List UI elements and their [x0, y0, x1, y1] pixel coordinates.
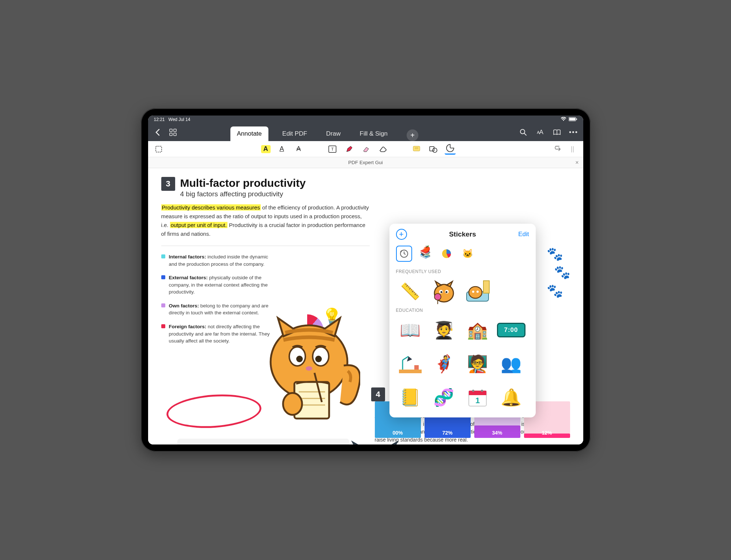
bullet-icon	[161, 303, 165, 307]
factor-external: External factors: physically outside of …	[161, 274, 271, 296]
highlight-yellow-tool[interactable]: A	[261, 145, 271, 153]
tab-edit-pdf[interactable]: Edit PDF	[277, 126, 312, 141]
document-canvas[interactable]: 3 Multi-factor productivity 4 big factor…	[148, 168, 583, 444]
paw-prints-sticker[interactable]: 🐾 🐾🐾	[547, 245, 570, 300]
svg-rect-4	[174, 129, 176, 132]
pack-pie[interactable]	[438, 246, 455, 262]
highlight-2[interactable]: output per unit of input.	[170, 222, 227, 228]
open-book-sticker[interactable]: 📖	[396, 316, 425, 344]
more-menu-button[interactable]: •••	[569, 127, 579, 137]
education-stickers: 📖 🧑‍🎓 🏫 7:00 🦸 🧑‍🏫 👥 📒 🧬 1 🔔	[396, 316, 529, 412]
svg-rect-9	[156, 146, 162, 152]
svg-point-57	[481, 390, 483, 392]
battery-icon	[569, 117, 577, 122]
add-sticker-pack-button[interactable]: +	[396, 229, 407, 240]
factor-list: Internal factors: included inside the dy…	[161, 253, 271, 345]
ruler-sticker[interactable]: 📏	[396, 277, 425, 306]
mode-tabs: Annotate Edit PDF Draw Fill & Sign +	[230, 124, 418, 141]
svg-point-22	[306, 366, 312, 371]
status-date: Wed Jul 14	[169, 117, 191, 122]
tab-draw[interactable]: Draw	[321, 126, 346, 141]
reading-view-button[interactable]	[552, 127, 562, 137]
sticker-pack-tabs: 📚🍎 🐱	[396, 246, 529, 262]
back-button[interactable]	[152, 127, 163, 137]
add-tab-button[interactable]: +	[407, 129, 418, 141]
svg-rect-51	[399, 370, 422, 373]
svg-point-16	[433, 148, 437, 152]
cat-bath-sticker[interactable]	[463, 277, 492, 306]
svg-rect-53	[414, 365, 419, 370]
svg-point-44	[434, 294, 441, 300]
school-sticker[interactable]: 🏫	[463, 316, 492, 344]
svg-rect-6	[174, 133, 176, 136]
section-subtitle: 4 big factors affecting productivity	[180, 190, 306, 198]
red-circle-annotation[interactable]	[165, 391, 263, 431]
section-number-3: 3	[161, 177, 175, 191]
svg-point-50	[476, 291, 479, 293]
dna-sticker[interactable]: 🧬	[430, 383, 458, 412]
popover-title: Stickers	[407, 230, 519, 238]
text-box-tool[interactable]: T	[327, 144, 338, 155]
pen-tool[interactable]	[344, 144, 355, 155]
svg-rect-55	[469, 391, 486, 395]
strikethrough-tool[interactable]: A	[293, 144, 304, 155]
stickers-popover: + Stickers Edit 📚🍎 🐱 FREQUENTLY USED	[389, 224, 536, 417]
graduate-sticker[interactable]: 🧑‍🎓	[430, 316, 458, 344]
sticker-tool[interactable]	[445, 144, 456, 155]
svg-rect-3	[170, 129, 172, 132]
friends-sticker[interactable]: 👥	[497, 349, 525, 378]
svg-text:1: 1	[475, 396, 479, 405]
section-number-4: 4	[371, 387, 385, 401]
highlight-1[interactable]: Productivity describes various measures	[161, 204, 261, 211]
cat-notebook-sticker[interactable]	[258, 311, 360, 424]
frequent-label: FREQUENTLY USED	[396, 269, 529, 274]
notebook-sticker[interactable]: 📒	[396, 383, 425, 412]
svg-rect-1	[569, 118, 575, 120]
tab-annotate[interactable]: Annotate	[230, 126, 268, 141]
factor-own: Own factors: belong to the company and a…	[161, 302, 271, 317]
teacher-sticker[interactable]: 🧑‍🏫	[463, 349, 492, 378]
section-title: Multi-factor productivity	[180, 177, 306, 189]
svg-text:T: T	[331, 147, 334, 151]
eraser-tool[interactable]	[377, 144, 388, 155]
svg-rect-2	[576, 118, 577, 120]
svg-point-42	[440, 291, 442, 293]
svg-point-20	[296, 356, 303, 362]
divider	[161, 246, 370, 246]
education-label: EDUCATION	[396, 308, 529, 313]
text-size-button[interactable]: AA	[535, 127, 545, 137]
svg-point-18	[289, 347, 305, 366]
note-tool[interactable]	[411, 144, 422, 155]
section-paragraph: Productivity describes various measures …	[161, 203, 370, 238]
underline-tool[interactable]: A	[276, 144, 287, 155]
pack-cat[interactable]: 🐱	[460, 246, 476, 262]
cat-lollipop-sticker[interactable]	[430, 277, 458, 306]
selection-tool[interactable]	[153, 144, 164, 155]
svg-point-49	[472, 291, 474, 293]
edit-stickers-button[interactable]: Edit	[518, 231, 529, 238]
tab-fill-sign[interactable]: Fill & Sign	[355, 126, 393, 141]
document-tab[interactable]: PDF Expert Gui ×	[148, 157, 583, 168]
svg-point-56	[472, 390, 474, 392]
svg-rect-47	[483, 281, 489, 293]
calendar-sticker[interactable]: 1	[463, 383, 492, 412]
wifi-icon	[561, 117, 566, 122]
status-bar: 12:21 Wed Jul 14	[148, 116, 583, 124]
pack-books[interactable]: 📚🍎	[417, 246, 433, 262]
bell-sticker[interactable]: 🔔	[497, 383, 525, 412]
search-button[interactable]	[518, 127, 528, 137]
svg-point-43	[445, 291, 447, 293]
bullet-icon	[161, 275, 165, 279]
pack-recent[interactable]	[396, 246, 412, 262]
redo-divider-icon[interactable]: ||	[567, 144, 578, 155]
raccoon-reading-sticker[interactable]	[346, 439, 404, 444]
desk-lamp-sticker[interactable]	[396, 349, 425, 378]
eraser-soft-tool[interactable]	[361, 144, 372, 155]
svg-point-48	[469, 287, 482, 298]
superhero-sticker[interactable]: 🦸	[430, 349, 458, 378]
close-document-button[interactable]: ×	[575, 159, 579, 166]
grid-view-button[interactable]	[168, 127, 178, 137]
undo-button[interactable]	[553, 144, 564, 155]
clock-sticker[interactable]: 7:00	[497, 316, 525, 344]
shape-tool[interactable]	[428, 144, 439, 155]
